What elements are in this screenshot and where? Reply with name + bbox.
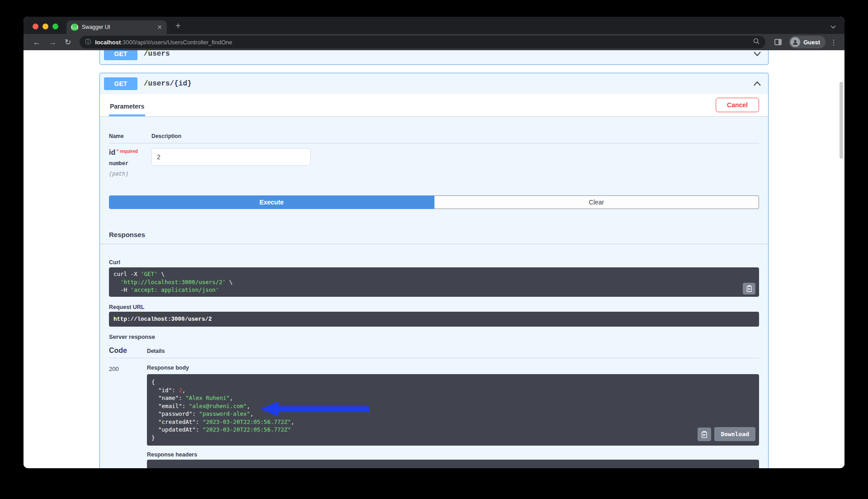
browser-toolbar: ← → ↻ ⓘ localhost:3000/api/#/users/Users… xyxy=(24,34,844,50)
maximize-window-button[interactable] xyxy=(52,24,58,29)
profile-label: Guest xyxy=(803,39,820,46)
avatar-icon xyxy=(790,37,800,47)
method-badge: GET xyxy=(104,77,137,90)
responses-heading: Responses xyxy=(100,231,768,244)
swagger-favicon-icon: {…} xyxy=(71,24,78,31)
request-url-block: http://localhost:3000/users/2 xyxy=(109,312,759,327)
opblock-get-users-header[interactable]: GET /users xyxy=(100,50,768,64)
endpoint-path: /users/{id} xyxy=(144,80,753,88)
server-response-label: Server response xyxy=(109,333,759,340)
opblock-get-users-id-header[interactable]: GET /users/{id} xyxy=(100,73,768,94)
response-body-label: Response body xyxy=(147,365,759,371)
swagger-wrapper: GET /users GET /users/{id} Para xyxy=(99,50,769,468)
param-type: number xyxy=(109,161,151,167)
column-header-code: Code xyxy=(109,347,147,355)
search-icon[interactable] xyxy=(753,38,760,47)
param-id-input[interactable] xyxy=(151,148,311,166)
responses-section: Responses Curl curl -X 'GET' \ 'http://l… xyxy=(100,231,768,468)
browser-tab[interactable]: {…} Swagger UI ✕ xyxy=(66,20,167,34)
endpoint-path: /users xyxy=(144,50,753,58)
column-header-description: Description xyxy=(151,133,181,139)
browser-menu-icon[interactable]: ⋮ xyxy=(830,38,837,47)
param-location: (path) xyxy=(109,171,151,177)
tab-strip: {…} Swagger UI ✕ + xyxy=(24,17,844,34)
parameters-tab-header: Parameters Cancel xyxy=(100,94,768,117)
execute-row: Execute Clear xyxy=(100,195,768,209)
opblock-get-users: GET /users xyxy=(99,50,769,65)
status-code: 200 xyxy=(109,365,147,468)
chevron-up-icon xyxy=(753,81,762,87)
reload-icon[interactable]: ↻ xyxy=(65,38,71,46)
opblock-get-users-id: GET /users/{id} Parameters Cancel Name D… xyxy=(99,73,769,468)
browser-window: {…} Swagger UI ✕ + ← → ↻ ⓘ localhost:300… xyxy=(24,17,844,468)
execute-button[interactable]: Execute xyxy=(109,195,434,209)
new-tab-button[interactable]: + xyxy=(175,21,181,30)
tab-parameters[interactable]: Parameters xyxy=(109,95,145,116)
response-row-200: 200 Response body { "id": 2, "name": "Al… xyxy=(109,365,759,468)
param-required-flag: * required xyxy=(117,149,138,154)
curl-command-block: curl -X 'GET' \ 'http://localhost:3000/u… xyxy=(109,267,759,297)
tab-title: Swagger UI xyxy=(82,24,157,30)
copy-to-clipboard-button[interactable] xyxy=(698,428,711,441)
param-row-id: id* required number (path) xyxy=(109,143,759,177)
forward-icon[interactable]: → xyxy=(49,38,57,46)
close-window-button[interactable] xyxy=(33,24,38,29)
back-icon[interactable]: ← xyxy=(33,38,41,46)
tab-close-icon[interactable]: ✕ xyxy=(157,24,162,30)
minimize-window-button[interactable] xyxy=(42,24,48,29)
column-header-details: Details xyxy=(147,348,165,354)
clear-button[interactable]: Clear xyxy=(434,195,760,209)
url-text: localhost:3000/api/#/users/UsersControll… xyxy=(95,39,232,46)
tab-search-chevron-icon[interactable] xyxy=(830,23,836,31)
copy-to-clipboard-button[interactable] xyxy=(743,283,755,295)
response-body-json: { "id": 2, "name": "Alex Ruheni", "email… xyxy=(151,378,755,442)
response-headers-block xyxy=(147,460,759,468)
curl-command-text: curl -X 'GET' \ 'http://localhost:3000/u… xyxy=(113,270,755,294)
side-panel-icon[interactable] xyxy=(774,39,782,45)
param-name: id xyxy=(109,148,115,156)
profile-button[interactable]: Guest xyxy=(789,36,826,48)
chevron-down-icon xyxy=(753,51,762,57)
response-headers-label: Response headers xyxy=(147,451,759,458)
site-info-icon[interactable]: ⓘ xyxy=(85,38,91,46)
column-header-name: Name xyxy=(109,133,151,139)
traffic-lights xyxy=(33,24,58,29)
parameters-table: Name Description id* required number (pa… xyxy=(100,117,768,177)
download-button[interactable]: Download xyxy=(714,427,755,441)
response-body-block: { "id": 2, "name": "Alex Ruheni", "email… xyxy=(147,374,759,446)
request-url-label: Request URL xyxy=(109,304,759,310)
address-bar[interactable]: ⓘ localhost:3000/api/#/users/UsersContro… xyxy=(80,36,765,48)
request-url-text: http://localhost:3000/users/2 xyxy=(113,316,212,323)
swagger-page: GET /users GET /users/{id} Para xyxy=(24,50,844,468)
cancel-button[interactable]: Cancel xyxy=(716,98,759,112)
method-badge: GET xyxy=(104,50,137,60)
response-table-header: Code Details xyxy=(109,347,759,358)
curl-label: Curl xyxy=(109,259,759,266)
scrollbar-thumb[interactable] xyxy=(840,82,843,159)
